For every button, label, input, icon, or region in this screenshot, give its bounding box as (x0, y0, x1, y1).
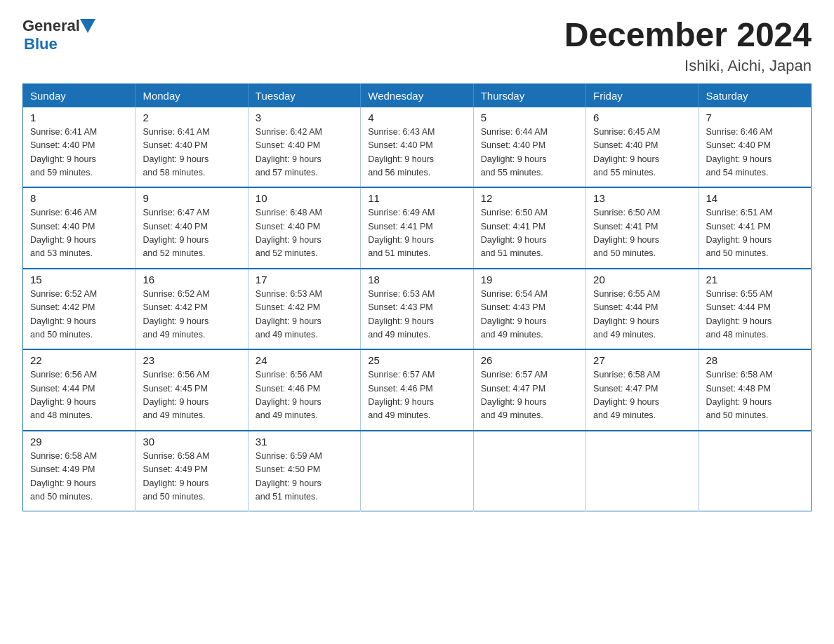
calendar-day-cell: 1 Sunrise: 6:41 AM Sunset: 4:40 PM Dayli… (23, 107, 135, 188)
day-info: Sunrise: 6:59 AM Sunset: 4:50 PM Dayligh… (256, 450, 353, 504)
day-info: Sunrise: 6:53 AM Sunset: 4:43 PM Dayligh… (368, 288, 465, 342)
calendar-day-cell: 23 Sunrise: 6:56 AM Sunset: 4:45 PM Dayl… (135, 349, 248, 431)
logo-blue-text: Blue (24, 35, 58, 53)
calendar-day-cell: 14 Sunrise: 6:51 AM Sunset: 4:41 PM Dayl… (699, 187, 811, 269)
day-info: Sunrise: 6:57 AM Sunset: 4:46 PM Dayligh… (368, 368, 465, 423)
calendar-day-cell: 17 Sunrise: 6:53 AM Sunset: 4:42 PM Dayl… (248, 269, 360, 350)
day-info: Sunrise: 6:58 AM Sunset: 4:49 PM Dayligh… (30, 450, 128, 504)
calendar-day-cell: 26 Sunrise: 6:57 AM Sunset: 4:47 PM Dayl… (473, 349, 585, 431)
page-header: General Blue December 2024 Ishiki, Aichi… (22, 17, 812, 75)
calendar-day-cell: 21 Sunrise: 6:55 AM Sunset: 4:44 PM Dayl… (699, 269, 811, 350)
calendar-day-cell: 25 Sunrise: 6:57 AM Sunset: 4:46 PM Dayl… (361, 349, 473, 431)
day-number: 11 (368, 192, 465, 204)
day-number: 12 (481, 192, 578, 204)
day-number: 10 (256, 192, 353, 204)
calendar-day-cell: 18 Sunrise: 6:53 AM Sunset: 4:43 PM Dayl… (361, 269, 473, 350)
calendar-day-cell: 31 Sunrise: 6:59 AM Sunset: 4:50 PM Dayl… (248, 431, 360, 511)
calendar-day-header: Tuesday (248, 83, 360, 107)
day-number: 24 (256, 354, 353, 366)
day-number: 28 (706, 354, 804, 366)
day-info: Sunrise: 6:57 AM Sunset: 4:47 PM Dayligh… (481, 368, 578, 423)
day-number: 15 (30, 274, 128, 286)
calendar-day-header: Saturday (699, 83, 811, 107)
day-number: 9 (143, 192, 240, 204)
day-number: 23 (143, 354, 240, 366)
logo-general-text: General (22, 17, 80, 35)
day-info: Sunrise: 6:55 AM Sunset: 4:44 PM Dayligh… (593, 288, 691, 342)
page-subtitle: Ishiki, Aichi, Japan (564, 57, 812, 75)
calendar-day-cell: 19 Sunrise: 6:54 AM Sunset: 4:43 PM Dayl… (473, 269, 585, 350)
calendar-day-cell: 13 Sunrise: 6:50 AM Sunset: 4:41 PM Dayl… (586, 187, 699, 269)
day-info: Sunrise: 6:46 AM Sunset: 4:40 PM Dayligh… (30, 206, 128, 261)
day-info: Sunrise: 6:56 AM Sunset: 4:45 PM Dayligh… (143, 368, 240, 423)
day-number: 2 (143, 112, 240, 123)
day-info: Sunrise: 6:46 AM Sunset: 4:40 PM Dayligh… (706, 126, 804, 180)
calendar-day-cell: 4 Sunrise: 6:43 AM Sunset: 4:40 PM Dayli… (361, 107, 473, 188)
calendar-day-cell: 9 Sunrise: 6:47 AM Sunset: 4:40 PM Dayli… (135, 187, 248, 269)
day-number: 31 (256, 436, 353, 448)
calendar-day-cell: 10 Sunrise: 6:48 AM Sunset: 4:40 PM Dayl… (248, 187, 360, 269)
day-info: Sunrise: 6:56 AM Sunset: 4:44 PM Dayligh… (30, 368, 128, 423)
calendar-day-header: Friday (586, 83, 699, 107)
day-info: Sunrise: 6:53 AM Sunset: 4:42 PM Dayligh… (256, 288, 353, 342)
day-info: Sunrise: 6:43 AM Sunset: 4:40 PM Dayligh… (368, 126, 465, 180)
calendar-day-cell: 28 Sunrise: 6:58 AM Sunset: 4:48 PM Dayl… (699, 349, 811, 431)
day-info: Sunrise: 6:50 AM Sunset: 4:41 PM Dayligh… (481, 206, 578, 261)
day-number: 14 (706, 192, 804, 204)
calendar-day-header: Thursday (473, 83, 585, 107)
day-info: Sunrise: 6:52 AM Sunset: 4:42 PM Dayligh… (143, 288, 240, 342)
day-number: 4 (368, 112, 465, 123)
day-info: Sunrise: 6:54 AM Sunset: 4:43 PM Dayligh… (481, 288, 578, 342)
calendar-week-row: 8 Sunrise: 6:46 AM Sunset: 4:40 PM Dayli… (23, 187, 812, 269)
day-number: 17 (256, 274, 353, 286)
day-number: 1 (30, 112, 128, 123)
page-title: December 2024 (564, 17, 812, 54)
calendar-day-header: Monday (135, 83, 248, 107)
day-info: Sunrise: 6:49 AM Sunset: 4:41 PM Dayligh… (368, 206, 465, 261)
day-info: Sunrise: 6:41 AM Sunset: 4:40 PM Dayligh… (30, 126, 128, 180)
calendar-day-header: Wednesday (361, 83, 473, 107)
day-number: 13 (593, 192, 691, 204)
day-number: 25 (368, 354, 465, 366)
day-info: Sunrise: 6:44 AM Sunset: 4:40 PM Dayligh… (481, 126, 578, 180)
logo-triangle-icon (80, 19, 95, 33)
calendar-table: SundayMondayTuesdayWednesdayThursdayFrid… (22, 83, 812, 512)
calendar-week-row: 29 Sunrise: 6:58 AM Sunset: 4:49 PM Dayl… (23, 431, 812, 511)
calendar-day-cell: 8 Sunrise: 6:46 AM Sunset: 4:40 PM Dayli… (23, 187, 135, 269)
logo: General Blue (22, 17, 95, 53)
calendar-day-cell: 2 Sunrise: 6:41 AM Sunset: 4:40 PM Dayli… (135, 107, 248, 188)
day-number: 27 (593, 354, 691, 366)
calendar-day-cell: 15 Sunrise: 6:52 AM Sunset: 4:42 PM Dayl… (23, 269, 135, 350)
calendar-day-cell: 7 Sunrise: 6:46 AM Sunset: 4:40 PM Dayli… (699, 107, 811, 188)
day-number: 8 (30, 192, 128, 204)
calendar-day-cell (361, 431, 473, 511)
day-number: 16 (143, 274, 240, 286)
day-info: Sunrise: 6:58 AM Sunset: 4:47 PM Dayligh… (593, 368, 691, 423)
day-number: 29 (30, 436, 128, 448)
day-info: Sunrise: 6:52 AM Sunset: 4:42 PM Dayligh… (30, 288, 128, 342)
calendar-day-cell: 12 Sunrise: 6:50 AM Sunset: 4:41 PM Dayl… (473, 187, 585, 269)
calendar-week-row: 15 Sunrise: 6:52 AM Sunset: 4:42 PM Dayl… (23, 269, 812, 350)
calendar-day-cell: 6 Sunrise: 6:45 AM Sunset: 4:40 PM Dayli… (586, 107, 699, 188)
day-info: Sunrise: 6:47 AM Sunset: 4:40 PM Dayligh… (143, 206, 240, 261)
day-number: 30 (143, 436, 240, 448)
calendar-day-cell: 29 Sunrise: 6:58 AM Sunset: 4:49 PM Dayl… (23, 431, 135, 511)
calendar-day-cell: 30 Sunrise: 6:58 AM Sunset: 4:49 PM Dayl… (135, 431, 248, 511)
day-info: Sunrise: 6:55 AM Sunset: 4:44 PM Dayligh… (706, 288, 804, 342)
day-info: Sunrise: 6:56 AM Sunset: 4:46 PM Dayligh… (256, 368, 353, 423)
calendar-day-cell: 3 Sunrise: 6:42 AM Sunset: 4:40 PM Dayli… (248, 107, 360, 188)
calendar-week-row: 1 Sunrise: 6:41 AM Sunset: 4:40 PM Dayli… (23, 107, 812, 188)
calendar-day-cell: 16 Sunrise: 6:52 AM Sunset: 4:42 PM Dayl… (135, 269, 248, 350)
calendar-day-cell (473, 431, 585, 511)
day-number: 22 (30, 354, 128, 366)
day-number: 18 (368, 274, 465, 286)
day-info: Sunrise: 6:41 AM Sunset: 4:40 PM Dayligh… (143, 126, 240, 180)
calendar-day-cell: 27 Sunrise: 6:58 AM Sunset: 4:47 PM Dayl… (586, 349, 699, 431)
calendar-day-cell: 5 Sunrise: 6:44 AM Sunset: 4:40 PM Dayli… (473, 107, 585, 188)
day-number: 20 (593, 274, 691, 286)
calendar-day-cell: 22 Sunrise: 6:56 AM Sunset: 4:44 PM Dayl… (23, 349, 135, 431)
day-number: 7 (706, 112, 804, 123)
calendar-day-cell (699, 431, 811, 511)
calendar-day-cell (586, 431, 699, 511)
day-info: Sunrise: 6:50 AM Sunset: 4:41 PM Dayligh… (593, 206, 691, 261)
